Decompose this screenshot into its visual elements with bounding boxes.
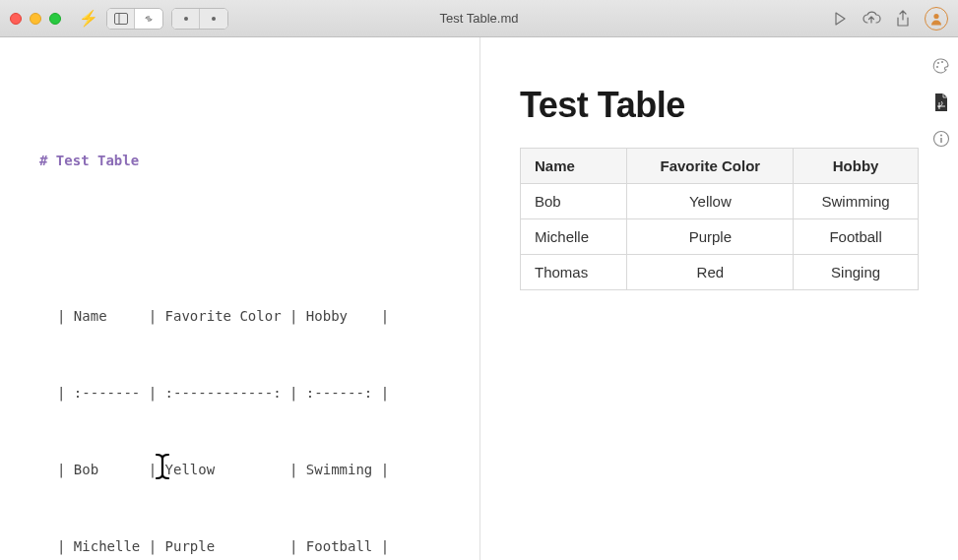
minimize-window-button[interactable] (30, 13, 41, 25)
document-filename: Test Table.md (440, 11, 519, 26)
view-mode-split[interactable] (200, 9, 227, 29)
svg-point-4 (933, 13, 938, 18)
titlebar: ⚡ Test Table.md (0, 0, 958, 37)
svg-point-3 (212, 17, 216, 21)
palette-icon (932, 57, 950, 75)
svg-point-7 (936, 66, 938, 68)
table-cell: Yellow (627, 184, 794, 219)
sidebar-left-toggle[interactable] (107, 9, 135, 29)
text-cursor-icon (153, 402, 179, 531)
dot-icon (211, 16, 217, 22)
preview-pane[interactable]: Test Table Name Favorite Color Hobby Bob… (480, 37, 958, 560)
cloud-upload-button[interactable] (862, 11, 881, 27)
info-icon (932, 130, 950, 148)
table-cell: Bob (521, 184, 627, 219)
editor-line: | Michelle | Purple | Football | (57, 533, 479, 559)
view-mode-editor[interactable] (172, 9, 200, 29)
table-cell: Thomas (521, 255, 627, 290)
table-header-hobby: Hobby (794, 149, 919, 184)
table-row: Bob Yellow Swimming (521, 184, 919, 219)
preview-heading: Test Table (520, 85, 919, 126)
table-header-row: Name Favorite Color Hobby (521, 149, 919, 184)
editor-heading-line: # Test Table (39, 148, 479, 173)
table-cell: Singing (794, 255, 919, 290)
table-header-color: Favorite Color (627, 149, 794, 184)
svg-point-9 (940, 135, 942, 137)
sidebar-toggle-control (106, 8, 163, 30)
preview-table: Name Favorite Color Hobby Bob Yellow Swi… (520, 148, 919, 290)
editor-line: | :------- | :------------: | :------: | (57, 380, 479, 405)
editor-line: | Name | Favorite Color | Hobby | (57, 303, 479, 329)
svg-rect-0 (114, 13, 127, 24)
right-rail (925, 37, 958, 560)
table-cell: Purple (627, 219, 794, 255)
main-split: # Test Table | Name | Favorite Color | H… (0, 37, 958, 560)
table-cell: Swimming (794, 184, 919, 219)
cloud-upload-icon (862, 11, 881, 27)
table-header-name: Name (521, 149, 627, 184)
dot-icon (183, 16, 189, 22)
toolbar-left: ⚡ (79, 8, 228, 30)
fullscreen-window-button[interactable] (49, 13, 61, 25)
svg-point-5 (937, 62, 939, 64)
editor-line: | Bob | Yellow | Swimming | (57, 457, 479, 482)
share-button[interactable] (895, 10, 911, 28)
account-avatar[interactable] (925, 7, 948, 31)
toolbar-right (832, 7, 948, 31)
info-button[interactable] (932, 130, 950, 148)
svg-point-6 (941, 61, 943, 63)
table-cell: Michelle (521, 219, 627, 255)
theme-button[interactable] (932, 57, 950, 75)
person-icon (929, 12, 943, 26)
table-row: Michelle Purple Football (521, 219, 919, 255)
export-pdf-button[interactable] (933, 93, 949, 112)
window-controls (10, 13, 61, 25)
editor-body: | Name | Favorite Color | Hobby | | :---… (57, 252, 479, 560)
share-icon (895, 10, 911, 28)
run-button[interactable] (832, 11, 848, 27)
sidebar-link-toggle[interactable] (135, 9, 162, 29)
link-icon (142, 13, 156, 25)
view-mode-control (171, 8, 228, 30)
table-cell: Red (627, 255, 794, 290)
close-window-button[interactable] (10, 13, 22, 25)
pdf-icon (933, 93, 949, 112)
editor-pane[interactable]: # Test Table | Name | Favorite Color | H… (0, 37, 480, 560)
quick-action-icon[interactable]: ⚡ (79, 9, 98, 28)
table-row: Thomas Red Singing (521, 255, 919, 290)
sidebar-left-icon (114, 13, 128, 25)
svg-point-2 (184, 17, 188, 21)
play-icon (832, 11, 848, 27)
table-cell: Football (794, 219, 919, 255)
